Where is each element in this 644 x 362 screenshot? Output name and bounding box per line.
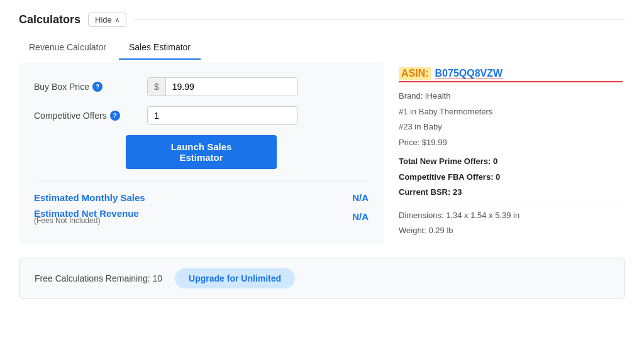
competitive-offers-row: Competitive Offers ? bbox=[34, 106, 369, 125]
competitive-offers-input[interactable] bbox=[147, 106, 298, 125]
competitive-offers-help-icon[interactable]: ? bbox=[110, 111, 120, 121]
chevron-up-icon: ∧ bbox=[115, 16, 119, 23]
competitive-offers-label: Competitive Offers ? bbox=[34, 111, 147, 121]
buy-box-price-help-icon[interactable]: ? bbox=[92, 82, 103, 92]
page-title: Calculators bbox=[19, 13, 80, 26]
weight-line: Weight: 0.29 lb bbox=[399, 224, 623, 237]
hide-button[interactable]: Hide ∧ bbox=[88, 13, 126, 27]
launch-button-row: Launch Sales Estimator bbox=[34, 135, 369, 169]
net-revenue-label-group: Estimated Net Revenue (Fees Not Included… bbox=[34, 208, 139, 225]
buy-box-price-label: Buy Box Price ? bbox=[34, 82, 147, 92]
bottom-bar: Free Calculations Remaining: 10 Upgrade … bbox=[19, 258, 625, 299]
hide-label: Hide bbox=[95, 15, 112, 25]
net-revenue-value: N/A bbox=[352, 211, 369, 222]
buy-box-price-row: Buy Box Price ? $ bbox=[34, 77, 369, 96]
free-calculations-text: Free Calculations Remaining: 10 bbox=[35, 273, 162, 283]
rank1-line: #1 in Baby Thermometers bbox=[399, 106, 623, 118]
buy-box-price-input-wrapper: $ bbox=[147, 77, 298, 96]
tab-revenue-calculator[interactable]: Revenue Calculator bbox=[19, 37, 116, 60]
current-bsr-line: Current BSR: 23 bbox=[399, 186, 623, 199]
dimensions-line: Dimensions: 1.34 x 1.54 x 5.39 in bbox=[399, 209, 623, 222]
brand-line: Brand: iHealth bbox=[399, 90, 623, 102]
dollar-prefix: $ bbox=[148, 78, 166, 96]
calculator-panel: Buy Box Price ? $ Competitive Offers ? L… bbox=[19, 62, 384, 245]
header-divider bbox=[134, 19, 625, 20]
tabs-container: Revenue Calculator Sales Estimator bbox=[19, 37, 625, 60]
asin-underline bbox=[399, 81, 623, 82]
asin-row: ASIN: B075QQ8VZW bbox=[399, 67, 623, 80]
results-divider bbox=[34, 182, 369, 182]
upgrade-button[interactable]: Upgrade for Unlimited bbox=[175, 268, 295, 288]
main-content: Buy Box Price ? $ Competitive Offers ? L… bbox=[19, 62, 625, 245]
launch-sales-estimator-button[interactable]: Launch Sales Estimator bbox=[126, 135, 277, 169]
total-new-prime-line: Total New Prime Offers: 0 bbox=[399, 155, 623, 168]
monthly-sales-row: Estimated Monthly Sales N/A bbox=[34, 192, 369, 203]
rank2-line: #23 in Baby bbox=[399, 121, 623, 133]
info-divider bbox=[399, 204, 623, 204]
net-revenue-row: Estimated Net Revenue (Fees Not Included… bbox=[34, 208, 369, 225]
product-info-panel: ASIN: B075QQ8VZW Brand: iHealth #1 in Ba… bbox=[396, 62, 625, 245]
asin-value[interactable]: B075QQ8VZW bbox=[435, 68, 503, 79]
tab-sales-estimator[interactable]: Sales Estimator bbox=[119, 37, 201, 60]
asin-label: ASIN: bbox=[399, 67, 431, 80]
competitive-fba-line: Competitive FBA Offers: 0 bbox=[399, 171, 623, 184]
buy-box-price-input[interactable] bbox=[166, 78, 297, 96]
calculators-header: Calculators Hide ∧ bbox=[19, 13, 625, 27]
monthly-sales-label: Estimated Monthly Sales bbox=[34, 192, 145, 203]
price-line: Price: $19.99 bbox=[399, 136, 623, 149]
monthly-sales-value: N/A bbox=[352, 192, 369, 203]
